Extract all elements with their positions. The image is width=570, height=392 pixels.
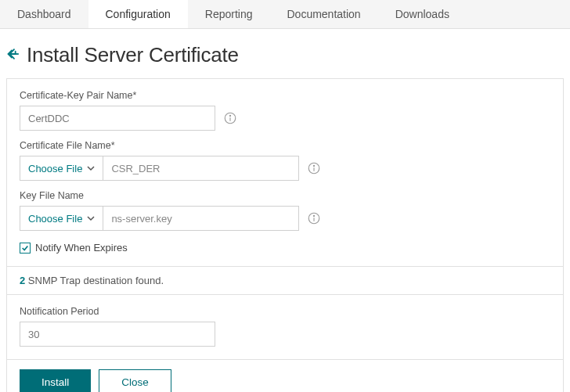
svg-point-3 <box>314 165 315 166</box>
info-icon[interactable] <box>307 211 321 225</box>
notification-period-input[interactable] <box>20 322 215 347</box>
key-file-choose-button[interactable]: Choose File <box>20 206 103 231</box>
cert-file-display: CSR_DER <box>103 156 299 181</box>
chevron-down-icon <box>87 213 95 225</box>
key-file-label: Key File Name <box>20 190 550 201</box>
actions-row: Install Close <box>7 359 563 392</box>
key-file-display: ns-server.key <box>103 206 299 231</box>
tab-documentation[interactable]: Documentation <box>269 0 377 28</box>
form-section-notification: Notification Period <box>7 295 563 359</box>
tab-configuration[interactable]: Configuration <box>88 0 188 28</box>
notify-label: Notify When Expires <box>35 242 128 254</box>
page-title: Install Server Certificate <box>27 43 239 67</box>
close-button[interactable]: Close <box>99 369 171 392</box>
key-file-choose-label: Choose File <box>28 213 82 225</box>
notification-period-label: Notification Period <box>20 306 550 317</box>
form-section-main: Certificate-Key Pair Name* Certificate F… <box>7 79 563 266</box>
cert-file-label: Certificate File Name* <box>20 140 550 151</box>
install-button[interactable]: Install <box>20 369 91 392</box>
tab-downloads[interactable]: Downloads <box>378 0 467 28</box>
title-row: Install Server Certificate <box>0 29 570 78</box>
info-icon[interactable] <box>223 111 237 125</box>
svg-point-1 <box>229 115 230 116</box>
notify-checkbox[interactable] <box>20 243 31 254</box>
top-tabs: Dashboard Configuration Reporting Docume… <box>0 0 570 29</box>
cert-file-choose-label: Choose File <box>28 163 82 174</box>
cert-file-choose-button[interactable]: Choose File <box>20 156 103 181</box>
info-icon[interactable] <box>307 161 321 175</box>
cert-pair-input[interactable] <box>20 106 215 131</box>
svg-point-5 <box>314 215 315 216</box>
notify-checkbox-row[interactable]: Notify When Expires <box>20 240 550 257</box>
tab-reporting[interactable]: Reporting <box>188 0 270 28</box>
form-panel: Certificate-Key Pair Name* Certificate F… <box>6 78 564 392</box>
cert-pair-label: Certificate-Key Pair Name* <box>20 90 550 101</box>
chevron-down-icon <box>87 163 95 174</box>
snmp-text: SNMP Trap destination found. <box>25 275 164 286</box>
snmp-status-row: 2 SNMP Trap destination found. <box>7 266 563 295</box>
back-icon[interactable] <box>6 46 22 65</box>
tab-dashboard[interactable]: Dashboard <box>0 0 88 28</box>
